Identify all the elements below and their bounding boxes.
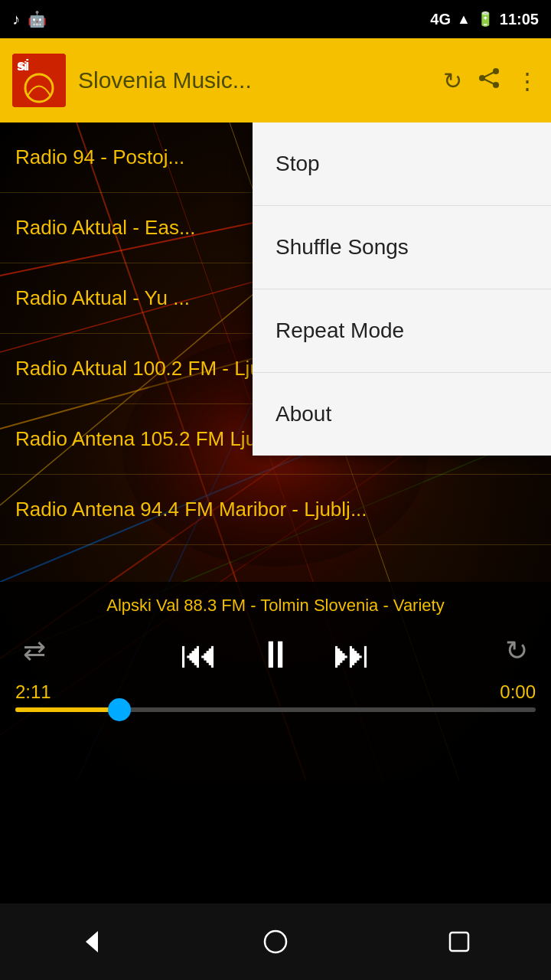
progress-dot[interactable] [108, 698, 131, 721]
network-indicator: 4G [430, 11, 451, 28]
player-bar: Alpski Val 88.3 FM - Tolmin Slovenia - V… [0, 582, 551, 781]
refresh-icon[interactable]: ↻ [443, 67, 462, 94]
svg-rect-24 [450, 933, 468, 951]
svg-line-6 [482, 71, 496, 78]
back-button[interactable] [61, 911, 122, 972]
app-bar-actions: ↻ ⋮ [443, 67, 539, 95]
recents-button[interactable] [429, 911, 490, 972]
main-content: Radio 94 - Postoj... Radio Aktual - Eas.… [0, 122, 551, 781]
shuffle-button[interactable]: ⇄ [23, 635, 46, 667]
clock: 11:05 [500, 11, 539, 28]
share-icon[interactable] [478, 67, 500, 95]
menu-item-shuffle-songs[interactable]: Shuffle Songs [253, 206, 551, 289]
svg-line-7 [482, 78, 496, 85]
progress-bar[interactable] [15, 707, 536, 712]
progress-fill [15, 707, 119, 712]
menu-item-stop[interactable]: Stop [253, 122, 551, 206]
total-time: 0:00 [500, 681, 536, 703]
app-title: Slovenia Music... [78, 67, 443, 93]
battery-icon: 🔋 [477, 11, 494, 28]
repeat-button[interactable]: ↻ [505, 635, 528, 667]
menu-item-about[interactable]: About [253, 373, 551, 456]
dropdown-menu: Stop Shuffle Songs Repeat Mode About [253, 122, 551, 456]
more-icon[interactable]: ⋮ [516, 67, 539, 94]
player-controls-row: ⇄ ⏮ ⏸ ⏭ ↻ [0, 625, 551, 677]
app-logo: si si [12, 54, 66, 107]
radio-item[interactable]: Radio Antena 94.4 FM Maribor - Ljublj... [0, 475, 551, 545]
logo-text: si [17, 57, 30, 74]
playback-controls: ⏮ ⏸ ⏭ [180, 632, 371, 677]
menu-item-repeat-mode[interactable]: Repeat Mode [253, 289, 551, 373]
current-time: 2:11 [15, 681, 51, 703]
home-button[interactable] [245, 911, 306, 972]
app-bar: si si Slovenia Music... ↻ ⋮ [0, 38, 551, 122]
nav-bar [0, 903, 551, 980]
music-note-icon: ♪ [12, 11, 20, 28]
prev-button[interactable]: ⏮ [180, 632, 218, 677]
signal-icon: ▲ [457, 11, 471, 28]
svg-point-23 [265, 931, 286, 952]
status-bar: ♪ 🤖 4G ▲ 🔋 11:05 [0, 0, 551, 38]
next-button[interactable]: ⏭ [333, 632, 371, 677]
time-row: 2:11 0:00 [0, 677, 551, 707]
station-name: Alpski Val 88.3 FM - Tolmin Slovenia - V… [0, 590, 551, 622]
pause-button[interactable]: ⏸ [256, 632, 295, 677]
android-icon: 🤖 [28, 10, 47, 28]
svg-marker-22 [86, 931, 98, 952]
